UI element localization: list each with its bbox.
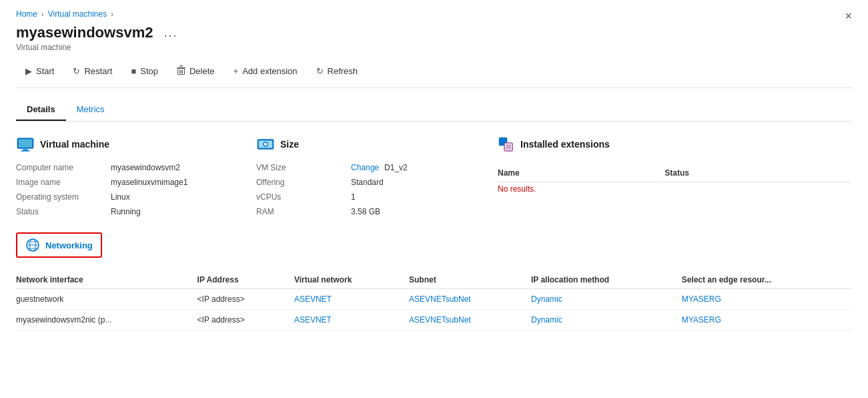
plus-icon: + (234, 66, 239, 76)
net-col-allocation: IP allocation method (531, 271, 682, 289)
change-size-link[interactable]: Change (351, 163, 379, 172)
extensions-icon (496, 135, 515, 154)
svg-rect-1 (179, 65, 183, 67)
networking-title: Networking (45, 240, 93, 250)
page-title: myasewindowsvm2 (16, 24, 153, 41)
start-button[interactable]: ▶ Start (16, 62, 63, 80)
vm-icon (16, 135, 35, 154)
close-button[interactable]: × (845, 9, 852, 23)
networking-section-header[interactable]: Networking (16, 232, 102, 258)
size-section-title: Size (280, 139, 299, 150)
net-row2-ip: <IP address> (197, 310, 294, 331)
extensions-section-title: Installed extensions (520, 139, 610, 150)
net-row2-subnet[interactable]: ASEVNETsubNet (409, 310, 531, 331)
net-row1-vnet[interactable]: ASEVNET (294, 289, 409, 310)
delete-button[interactable]: Delete (167, 61, 224, 81)
restart-icon: ↻ (73, 66, 80, 76)
net-col-vnet: Virtual network (294, 271, 409, 289)
net-col-subnet: Subnet (409, 271, 531, 289)
ext-col-status: Status (665, 164, 851, 182)
tab-details[interactable]: Details (16, 99, 66, 121)
net-row2-interface: myasewindowsvm2nic (p... (16, 310, 197, 331)
start-label: Start (36, 66, 54, 76)
net-row1-allocation: Dynamic (531, 289, 682, 310)
net-row1-ip: <IP address> (197, 289, 294, 310)
restart-button[interactable]: ↻ Restart (63, 62, 121, 80)
net-col-edge: Select an edge resour... (682, 271, 852, 289)
table-row: myasewindowsvm2nic (p... <IP address> AS… (16, 310, 852, 331)
breadcrumb-home[interactable]: Home (16, 9, 37, 19)
size-section: Size VM Size Change D1_v2 Offering Stand… (256, 135, 470, 258)
svg-rect-8 (23, 149, 27, 150)
breadcrumb: Home › Virtual machines › (16, 9, 852, 19)
net-row2-vnet[interactable]: ASEVNET (294, 310, 409, 331)
net-row1-edge[interactable]: MYASERG (682, 289, 852, 310)
page-subtitle: Virtual machine (16, 43, 852, 52)
play-icon: ▶ (25, 66, 32, 76)
table-row: guestnetwork <IP address> ASEVNET ASEVNE… (16, 289, 852, 310)
size-details: VM Size Change D1_v2 Offering Standard v… (256, 163, 470, 216)
net-row1-subnet[interactable]: ASEVNETsubNet (409, 289, 531, 310)
svg-rect-22 (506, 144, 511, 150)
add-extension-label: Add extension (242, 66, 297, 76)
tabs: Details Metrics (16, 99, 852, 122)
size-icon (256, 135, 275, 154)
svg-point-18 (264, 143, 268, 146)
stop-label: Stop (140, 66, 158, 76)
delete-icon (177, 65, 185, 77)
svg-rect-7 (19, 140, 32, 148)
vm-section-title: Virtual machine (40, 139, 109, 150)
ellipsis-button[interactable]: ... (159, 25, 181, 41)
refresh-icon: ↻ (316, 66, 324, 76)
svg-rect-9 (21, 150, 30, 151)
networking-table: Network interface IP Address Virtual net… (16, 271, 852, 331)
installed-extensions-section: Installed extensions Name Status No resu… (496, 135, 852, 258)
restart-label: Restart (84, 66, 112, 76)
stop-icon: ■ (131, 66, 136, 76)
no-results-text: No results. (498, 178, 536, 200)
vm-details: Computer name myasewindowsvm2 Image name… (16, 163, 230, 216)
net-row1-interface: guestnetwork (16, 289, 197, 310)
vm-section: Virtual machine Computer name myasewindo… (16, 135, 230, 258)
delete-label: Delete (189, 66, 215, 76)
refresh-button[interactable]: ↻ Refresh (307, 62, 368, 80)
toolbar: ▶ Start ↻ Restart ■ Stop (16, 61, 852, 88)
net-col-interface: Network interface (16, 271, 197, 289)
net-col-ip: IP Address (197, 271, 294, 289)
net-row2-edge[interactable]: MYASERG (682, 310, 852, 331)
refresh-label: Refresh (328, 66, 358, 76)
stop-button[interactable]: ■ Stop (121, 62, 167, 80)
networking-icon (25, 238, 40, 252)
breadcrumb-vms[interactable]: Virtual machines (48, 9, 107, 19)
tab-metrics[interactable]: Metrics (66, 99, 115, 121)
add-extension-button[interactable]: + Add extension (224, 62, 307, 80)
net-row2-allocation: Dynamic (531, 310, 682, 331)
